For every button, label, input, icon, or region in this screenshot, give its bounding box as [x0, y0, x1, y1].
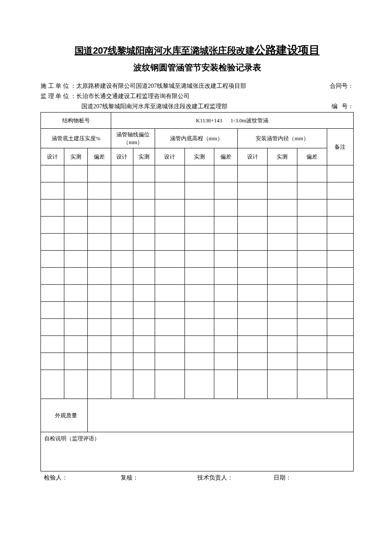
construction-unit-label: 施 工 单 位 ：	[40, 81, 76, 91]
col-g4-design: 设计	[238, 148, 268, 165]
contract-number-label: 合同号：	[330, 81, 354, 91]
table-row	[41, 199, 354, 217]
table-row	[41, 165, 354, 182]
header-row-2: 涵管底土建压实度% 涵管轴线偏位（mm） 涵管内底高程（mm） 安装涵管内径（m…	[41, 129, 354, 148]
meta-construction-row: 施 工 单 位 ： 太原路桥建设有限公司国道207线黎城至潞城张庄改建工程项目部…	[40, 81, 354, 91]
supervision-unit-line2: 国道207线黎城阳南河水库至潞城张庄段改建工程监理部	[81, 101, 228, 112]
col-g4-deviation: 偏差	[297, 148, 327, 165]
structure-pile-label: 结构物桩号	[41, 113, 111, 129]
col-g3-measured: 实测	[184, 148, 214, 165]
inspector-label: 检验人：	[44, 474, 121, 482]
table-row	[41, 182, 354, 199]
supervision-unit-value: 长治市长通交通建设工程监理咨询有限公司	[76, 91, 190, 101]
tech-lead-label: 技术负责人：	[197, 474, 274, 482]
col-g1-design: 设计	[41, 148, 64, 165]
appearance-quality-value	[88, 399, 354, 432]
footer-signatures: 检验人： 复核： 技术负责人： 日期：	[40, 474, 354, 482]
title-part1: 国道207线黎城阳南河水库至潞城张庄段改建	[75, 45, 254, 56]
group4-header: 安装涵管内径（mm）	[238, 129, 327, 148]
header-row-3: 设计 实测 偏差 设计 实测 设计 实测 偏差 设计 实测 偏差	[41, 148, 354, 165]
date-label: 日期：	[274, 474, 350, 482]
document-title-line2: 波纹钢圆管涵管节安装检验记录表	[40, 62, 354, 73]
document-title-line1: 国道207线黎城阳南河水库至潞城张庄段改建公路建设项目	[40, 43, 354, 58]
table-row	[41, 336, 354, 353]
supervision-unit-label: 监 理 单 位 ：	[40, 91, 76, 101]
table-row	[41, 319, 354, 336]
meta-supervision-row: 监 理 单 位 ： 长治市长通交通建设工程监理咨询有限公司	[40, 91, 354, 101]
col-g1-deviation: 偏差	[88, 148, 111, 165]
meta-supervision-row2: 国道207线黎城阳南河水库至潞城张庄段改建工程监理部 编 号：	[40, 101, 354, 112]
appearance-row: 外观质量	[41, 399, 354, 432]
group2-header: 涵管轴线偏位（mm）	[111, 129, 155, 148]
self-inspection-comment: 自检说明（监理评语）	[41, 432, 354, 471]
table-row	[41, 302, 354, 319]
comment-row: 自检说明（监理评语）	[41, 432, 354, 471]
table-row-tall	[41, 370, 354, 399]
title-part2: 公路建设项目	[254, 43, 320, 56]
structure-pile-value: K1138+143 1-3.0m波纹管涵	[111, 113, 354, 129]
table-row	[41, 234, 354, 251]
table-row	[41, 285, 354, 302]
construction-unit-value: 太原路桥建设有限公司国道207线黎城至潞城张庄改建工程项目部	[76, 81, 246, 91]
col-g3-deviation: 偏差	[214, 148, 238, 165]
col-g2-measured: 实测	[133, 148, 155, 165]
appearance-quality-label: 外观质量	[41, 399, 88, 432]
code-number-label: 编 号：	[331, 101, 354, 112]
col-g2-design: 设计	[111, 148, 133, 165]
reviewer-label: 复核：	[121, 474, 197, 482]
col-g4-measured: 实测	[268, 148, 297, 165]
inspection-table: 结构物桩号 K1138+143 1-3.0m波纹管涵 涵管底土建压实度% 涵管轴…	[40, 112, 354, 471]
table-row	[41, 251, 354, 268]
remark-header: 备注	[327, 129, 353, 165]
col-g1-measured: 实测	[64, 148, 88, 165]
table-row	[41, 353, 354, 370]
col-g3-design: 设计	[155, 148, 184, 165]
group1-header: 涵管底土建压实度%	[41, 129, 111, 148]
table-row	[41, 217, 354, 234]
header-row-1: 结构物桩号 K1138+143 1-3.0m波纹管涵	[41, 113, 354, 129]
table-row	[41, 268, 354, 285]
group3-header: 涵管内底高程（mm）	[155, 129, 237, 148]
